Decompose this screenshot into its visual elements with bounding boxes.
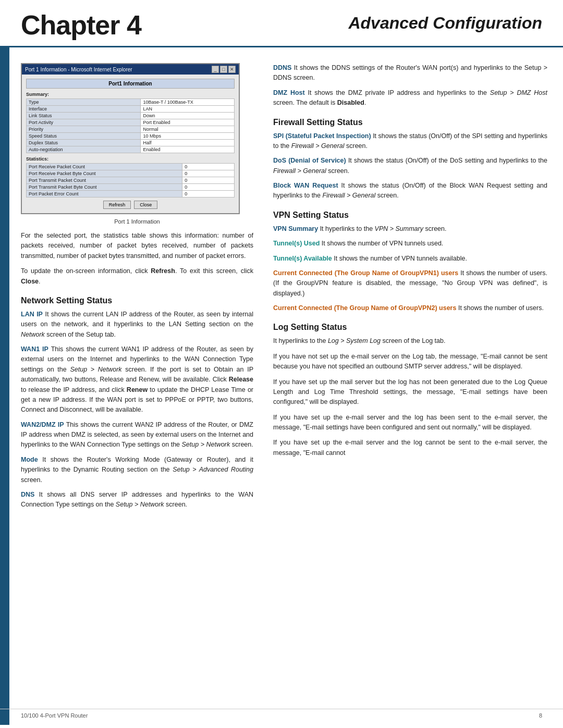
table-row: Port Receive Packet Byte Count0 (27, 170, 235, 177)
wan1-ip-label: WAN1 IP (21, 346, 48, 353)
screenshot-caption: Port 1 Information (21, 218, 253, 225)
screenshot-title: Port 1 Information - Microsoft Internet … (25, 67, 132, 72)
refresh-paragraph: To update the on-screen information, cli… (21, 266, 253, 287)
footer-right: 8 (539, 712, 542, 719)
section-title: Advanced Configuration (348, 9, 542, 33)
mode-label: Mode (21, 456, 38, 463)
page-footer: 10/100 4-Port VPN Router 8 (0, 709, 563, 719)
network-heading: Network Setting Status (21, 296, 253, 305)
tunnels-avail-text: It shows the number of VPN tunnels avail… (334, 255, 467, 262)
ddns-label: DDNS (273, 64, 291, 71)
table-row: Auto-negotiationEnabled (27, 146, 235, 153)
table-row: Speed Status10 Mbps (27, 133, 235, 140)
current-conn1-label: Current Connected (The Group Name of Gro… (273, 269, 458, 277)
wan2-dmz-label: WAN2/DMZ IP (21, 421, 64, 428)
dns-entry: DNS It shows all DNS server IP addresses… (21, 490, 253, 510)
mode-text: It shows the Router's Working Mode (Gate… (21, 456, 253, 484)
screenshot-titlebar: Port 1 Information - Microsoft Internet … (22, 64, 239, 75)
spi-entry: SPI (Stateful Packet Inspection) It show… (273, 131, 547, 152)
ddns-entry: DDNS It shows the DDNS settings of the R… (273, 63, 547, 83)
current-conn1-entry: Current Connected (The Group Name of Gro… (273, 268, 547, 299)
spi-label: SPI (Stateful Packet Inspection) (273, 132, 371, 140)
right-column: DDNS It shows the DDNS settings of the R… (265, 58, 563, 709)
table-row: Port Transmit Packet Count0 (27, 177, 235, 184)
dmz-text: It shows the DMZ private IP address and … (273, 89, 547, 106)
table-row: Port Receive Packet Count0 (27, 164, 235, 170)
close-button[interactable]: Close (134, 201, 157, 209)
ss-summary-table: Type10Base-T / 100Base-TX InterfaceLAN L… (26, 98, 235, 153)
lan-ip-label: LAN IP (21, 311, 43, 318)
dns-text: It shows all DNS server IP addresses and… (21, 491, 253, 508)
close-window-button[interactable]: ✕ (228, 66, 236, 73)
page-header: Chapter 4 Advanced Configuration (0, 0, 563, 47)
vpn-summary-text: It hyperlinks to the VPN > Summary scree… (320, 225, 447, 232)
table-row: PriorityNormal (27, 126, 235, 133)
lan-ip-entry: LAN IP It shows the current LAN IP addre… (21, 310, 253, 340)
table-row: Duplex StatusHalf (27, 140, 235, 146)
tunnels-used-entry: Tunnel(s) Used It shows the number of VP… (273, 239, 547, 249)
dos-entry: DoS (Denial of Service) It shows the sta… (273, 156, 547, 176)
table-row: Type10Base-T / 100Base-TX (27, 99, 235, 106)
dmz-label: DMZ Host (273, 89, 305, 96)
refresh-bold: Refresh (151, 267, 175, 275)
left-column: Port 1 Information - Microsoft Internet … (9, 58, 265, 709)
chapter-title: Chapter 4 (21, 9, 141, 41)
vpn-summary-label: VPN Summary (273, 225, 318, 232)
screenshot-inner: Port1 Information Summary: Type10Base-T … (22, 75, 239, 213)
ss-summary-label: Summary: (26, 92, 235, 97)
current-conn2-entry: Current Connected (The Group Name of Gro… (273, 303, 547, 313)
minimize-button[interactable]: _ (212, 66, 219, 73)
main-content: Port 1 Information - Microsoft Internet … (9, 47, 563, 725)
table-row: Port ActivityPort Enabled (27, 119, 235, 126)
refresh-button[interactable]: Refresh (103, 201, 131, 209)
table-row: Port Transmit Packet Byte Count0 (27, 184, 235, 191)
wan2-dmz-entry: WAN2/DMZ IP This shows the current WAN2 … (21, 420, 253, 450)
lan-ip-text: It shows the current LAN IP address of t… (21, 311, 253, 338)
ss-inner-title: Port1 Information (26, 79, 235, 89)
screenshot-box: Port 1 Information - Microsoft Internet … (21, 63, 240, 214)
close-bold: Close (21, 278, 39, 285)
table-row: InterfaceLAN (27, 106, 235, 113)
block-wan-label: Block WAN Request (273, 182, 338, 189)
intro-paragraph: For the selected port, the statistics ta… (21, 231, 253, 261)
ss-btn-row: Refresh Close (26, 201, 235, 209)
current-conn2-text: It shows the number of users. (458, 304, 544, 312)
log-para4: If you have set up the e-mail server and… (273, 413, 547, 433)
log-para2: If you have not set up the e-mail server… (273, 352, 547, 372)
vpn-summary-entry: VPN Summary It hyperlinks to the VPN > S… (273, 224, 547, 234)
mode-entry: Mode It shows the Router's Working Mode … (21, 455, 253, 485)
left-sidebar-bar (0, 47, 9, 725)
titlebar-buttons: _ □ ✕ (212, 66, 236, 73)
dmz-entry: DMZ Host It shows the DMZ private IP add… (273, 88, 547, 108)
ss-stats-table: Port Receive Packet Count0 Port Receive … (26, 163, 235, 198)
dns-label: DNS (21, 491, 34, 498)
content-area: Port 1 Information - Microsoft Internet … (0, 47, 563, 725)
table-row: Link StatusDown (27, 113, 235, 119)
tunnels-used-label: Tunnel(s) Used (273, 240, 320, 247)
footer-left: 10/100 4-Port VPN Router (21, 712, 88, 719)
table-row: Port Packet Error Count0 (27, 191, 235, 198)
wan1-ip-text: This shows the current WAN1 IP address o… (21, 346, 253, 413)
current-conn2-label: Current Connected (The Group Name of Gro… (273, 304, 456, 312)
ss-stats-label: Statistics: (26, 156, 235, 162)
firewall-heading: Firewall Setting Status (273, 118, 547, 127)
restore-button[interactable]: □ (220, 66, 227, 73)
vpn-heading: VPN Setting Status (273, 211, 547, 220)
ddns-text: It shows the DDNS settings of the Router… (273, 64, 547, 81)
log-heading: Log Setting Status (273, 323, 547, 332)
dos-label: DoS (Denial of Service) (273, 157, 346, 164)
tunnels-used-text: It shows the number of VPN tunnels used. (322, 240, 443, 247)
tunnels-avail-label: Tunnel(s) Available (273, 255, 332, 262)
log-para1: It hyperlinks to the Log > System Log sc… (273, 336, 547, 346)
block-wan-entry: Block WAN Request It shows the status (O… (273, 181, 547, 201)
wan1-ip-entry: WAN1 IP This shows the current WAN1 IP a… (21, 344, 253, 415)
log-para5: If you have set up the e-mail server and… (273, 438, 547, 458)
log-para3: If you have set up the mail server but t… (273, 377, 547, 408)
tunnels-avail-entry: Tunnel(s) Available It shows the number … (273, 254, 547, 264)
